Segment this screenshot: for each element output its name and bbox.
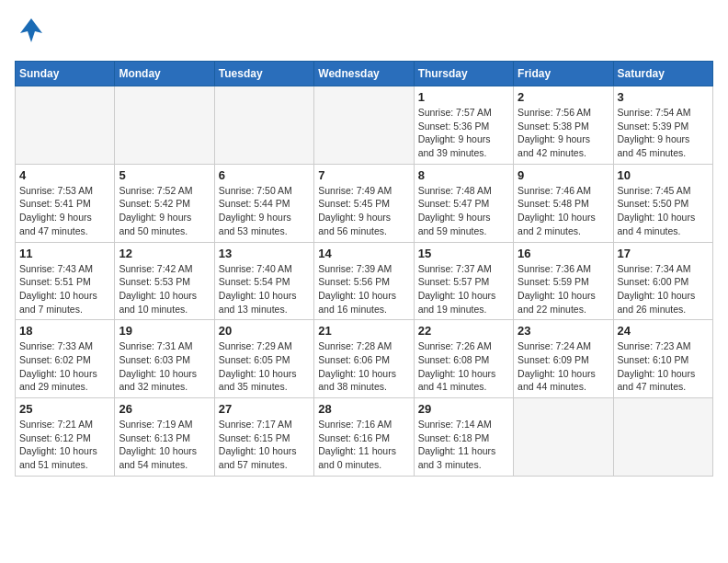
calendar-week-row: 4Sunrise: 7:53 AMSunset: 5:41 PMDaylight… bbox=[16, 164, 713, 242]
day-info: Sunrise: 7:53 AMSunset: 5:41 PMDaylight:… bbox=[19, 184, 110, 238]
day-number: 1 bbox=[418, 90, 509, 104]
logo bbox=[15, 15, 51, 53]
day-info: Sunrise: 7:42 AMSunset: 5:53 PMDaylight:… bbox=[119, 262, 210, 316]
calendar-cell: 13Sunrise: 7:40 AMSunset: 5:54 PMDayligh… bbox=[214, 242, 313, 320]
calendar-week-row: 1Sunrise: 7:57 AMSunset: 5:36 PMDaylight… bbox=[16, 86, 713, 165]
calendar-cell: 9Sunrise: 7:46 AMSunset: 5:48 PMDaylight… bbox=[514, 164, 613, 242]
day-info: Sunrise: 7:17 AMSunset: 6:15 PMDaylight:… bbox=[219, 418, 310, 472]
calendar-cell: 6Sunrise: 7:50 AMSunset: 5:44 PMDaylight… bbox=[214, 164, 313, 242]
day-info: Sunrise: 7:40 AMSunset: 5:54 PMDaylight:… bbox=[219, 262, 310, 316]
calendar-cell bbox=[16, 86, 115, 165]
weekday-header: Tuesday bbox=[214, 62, 313, 86]
calendar-cell: 8Sunrise: 7:48 AMSunset: 5:47 PMDaylight… bbox=[414, 164, 513, 242]
day-number: 6 bbox=[219, 168, 310, 182]
day-number: 15 bbox=[418, 247, 509, 260]
day-number: 19 bbox=[119, 324, 210, 338]
day-info: Sunrise: 7:26 AMSunset: 6:08 PMDaylight:… bbox=[418, 339, 509, 394]
calendar-cell: 7Sunrise: 7:49 AMSunset: 5:45 PMDaylight… bbox=[314, 164, 414, 242]
calendar-cell: 28Sunrise: 7:16 AMSunset: 6:16 PMDayligh… bbox=[314, 398, 414, 477]
day-number: 9 bbox=[518, 168, 609, 182]
day-number: 16 bbox=[518, 247, 609, 260]
day-info: Sunrise: 7:39 AMSunset: 5:56 PMDaylight:… bbox=[318, 262, 409, 316]
day-number: 11 bbox=[19, 247, 110, 260]
calendar-cell: 17Sunrise: 7:34 AMSunset: 6:00 PMDayligh… bbox=[613, 242, 712, 320]
day-number: 14 bbox=[318, 247, 409, 260]
calendar-cell bbox=[115, 86, 214, 165]
day-number: 23 bbox=[518, 324, 609, 338]
calendar-cell: 1Sunrise: 7:57 AMSunset: 5:36 PMDaylight… bbox=[414, 86, 513, 165]
day-number: 17 bbox=[618, 247, 709, 260]
day-number: 29 bbox=[418, 402, 509, 416]
weekday-header: Thursday bbox=[414, 62, 513, 86]
calendar-cell bbox=[214, 86, 313, 165]
calendar-cell: 18Sunrise: 7:33 AMSunset: 6:02 PMDayligh… bbox=[16, 320, 115, 398]
calendar-cell: 23Sunrise: 7:24 AMSunset: 6:09 PMDayligh… bbox=[514, 320, 613, 398]
calendar-cell: 19Sunrise: 7:31 AMSunset: 6:03 PMDayligh… bbox=[115, 320, 214, 398]
calendar-cell: 15Sunrise: 7:37 AMSunset: 5:57 PMDayligh… bbox=[414, 242, 513, 320]
day-info: Sunrise: 7:45 AMSunset: 5:50 PMDaylight:… bbox=[618, 184, 709, 238]
calendar-cell: 27Sunrise: 7:17 AMSunset: 6:15 PMDayligh… bbox=[214, 398, 313, 477]
day-number: 8 bbox=[418, 168, 509, 182]
day-number: 26 bbox=[119, 402, 210, 416]
day-info: Sunrise: 7:19 AMSunset: 6:13 PMDaylight:… bbox=[119, 418, 210, 472]
calendar-cell: 14Sunrise: 7:39 AMSunset: 5:56 PMDayligh… bbox=[314, 242, 414, 320]
calendar-cell: 2Sunrise: 7:56 AMSunset: 5:38 PMDaylight… bbox=[514, 86, 613, 165]
calendar-cell: 3Sunrise: 7:54 AMSunset: 5:39 PMDaylight… bbox=[613, 86, 712, 165]
day-info: Sunrise: 7:36 AMSunset: 5:59 PMDaylight:… bbox=[518, 262, 609, 316]
calendar-cell: 4Sunrise: 7:53 AMSunset: 5:41 PMDaylight… bbox=[16, 164, 115, 242]
day-number: 25 bbox=[19, 402, 110, 416]
calendar-cell: 26Sunrise: 7:19 AMSunset: 6:13 PMDayligh… bbox=[115, 398, 214, 477]
day-info: Sunrise: 7:52 AMSunset: 5:42 PMDaylight:… bbox=[119, 184, 210, 238]
calendar-table: SundayMondayTuesdayWednesdayThursdayFrid… bbox=[15, 61, 713, 477]
calendar-cell: 5Sunrise: 7:52 AMSunset: 5:42 PMDaylight… bbox=[115, 164, 214, 242]
calendar-week-row: 25Sunrise: 7:21 AMSunset: 6:12 PMDayligh… bbox=[16, 398, 713, 477]
calendar-cell: 10Sunrise: 7:45 AMSunset: 5:50 PMDayligh… bbox=[613, 164, 712, 242]
day-info: Sunrise: 7:43 AMSunset: 5:51 PMDaylight:… bbox=[19, 262, 110, 316]
calendar-cell: 12Sunrise: 7:42 AMSunset: 5:53 PMDayligh… bbox=[115, 242, 214, 320]
calendar-header-row: SundayMondayTuesdayWednesdayThursdayFrid… bbox=[16, 62, 713, 86]
day-info: Sunrise: 7:24 AMSunset: 6:09 PMDaylight:… bbox=[518, 339, 609, 394]
day-number: 18 bbox=[19, 324, 110, 338]
day-number: 20 bbox=[219, 324, 310, 338]
day-info: Sunrise: 7:37 AMSunset: 5:57 PMDaylight:… bbox=[418, 262, 509, 316]
calendar-week-row: 18Sunrise: 7:33 AMSunset: 6:02 PMDayligh… bbox=[16, 320, 713, 398]
day-number: 22 bbox=[418, 324, 509, 338]
calendar-week-row: 11Sunrise: 7:43 AMSunset: 5:51 PMDayligh… bbox=[16, 242, 713, 320]
day-info: Sunrise: 7:54 AMSunset: 5:39 PMDaylight:… bbox=[618, 106, 709, 160]
calendar-cell: 16Sunrise: 7:36 AMSunset: 5:59 PMDayligh… bbox=[514, 242, 613, 320]
day-number: 24 bbox=[618, 324, 709, 338]
day-info: Sunrise: 7:48 AMSunset: 5:47 PMDaylight:… bbox=[418, 184, 509, 238]
weekday-header: Wednesday bbox=[314, 62, 414, 86]
calendar-cell bbox=[514, 398, 613, 477]
calendar-cell: 20Sunrise: 7:29 AMSunset: 6:05 PMDayligh… bbox=[214, 320, 313, 398]
day-number: 21 bbox=[318, 324, 409, 338]
day-info: Sunrise: 7:29 AMSunset: 6:05 PMDaylight:… bbox=[219, 339, 310, 394]
day-number: 28 bbox=[318, 402, 409, 416]
day-info: Sunrise: 7:57 AMSunset: 5:36 PMDaylight:… bbox=[418, 106, 509, 160]
day-info: Sunrise: 7:28 AMSunset: 6:06 PMDaylight:… bbox=[318, 339, 409, 394]
day-info: Sunrise: 7:14 AMSunset: 6:18 PMDaylight:… bbox=[418, 418, 509, 472]
calendar-cell bbox=[314, 86, 414, 165]
weekday-header: Friday bbox=[514, 62, 613, 86]
calendar-cell: 21Sunrise: 7:28 AMSunset: 6:06 PMDayligh… bbox=[314, 320, 414, 398]
day-info: Sunrise: 7:16 AMSunset: 6:16 PMDaylight:… bbox=[318, 418, 409, 472]
day-info: Sunrise: 7:49 AMSunset: 5:45 PMDaylight:… bbox=[318, 184, 409, 238]
calendar-cell: 25Sunrise: 7:21 AMSunset: 6:12 PMDayligh… bbox=[16, 398, 115, 477]
day-info: Sunrise: 7:31 AMSunset: 6:03 PMDaylight:… bbox=[119, 339, 210, 394]
day-number: 3 bbox=[618, 90, 709, 104]
calendar-cell: 11Sunrise: 7:43 AMSunset: 5:51 PMDayligh… bbox=[16, 242, 115, 320]
day-number: 27 bbox=[219, 402, 310, 416]
calendar-cell bbox=[613, 398, 712, 477]
day-info: Sunrise: 7:46 AMSunset: 5:48 PMDaylight:… bbox=[518, 184, 609, 238]
day-info: Sunrise: 7:33 AMSunset: 6:02 PMDaylight:… bbox=[19, 339, 110, 394]
day-info: Sunrise: 7:56 AMSunset: 5:38 PMDaylight:… bbox=[518, 106, 609, 160]
weekday-header: Sunday bbox=[16, 62, 115, 86]
day-info: Sunrise: 7:50 AMSunset: 5:44 PMDaylight:… bbox=[219, 184, 310, 238]
day-number: 10 bbox=[618, 168, 709, 182]
day-number: 2 bbox=[518, 90, 609, 104]
day-info: Sunrise: 7:21 AMSunset: 6:12 PMDaylight:… bbox=[19, 418, 110, 472]
calendar-cell: 24Sunrise: 7:23 AMSunset: 6:10 PMDayligh… bbox=[613, 320, 712, 398]
day-number: 5 bbox=[119, 168, 210, 182]
logo-bird-icon bbox=[15, 15, 48, 53]
day-number: 12 bbox=[119, 247, 210, 260]
